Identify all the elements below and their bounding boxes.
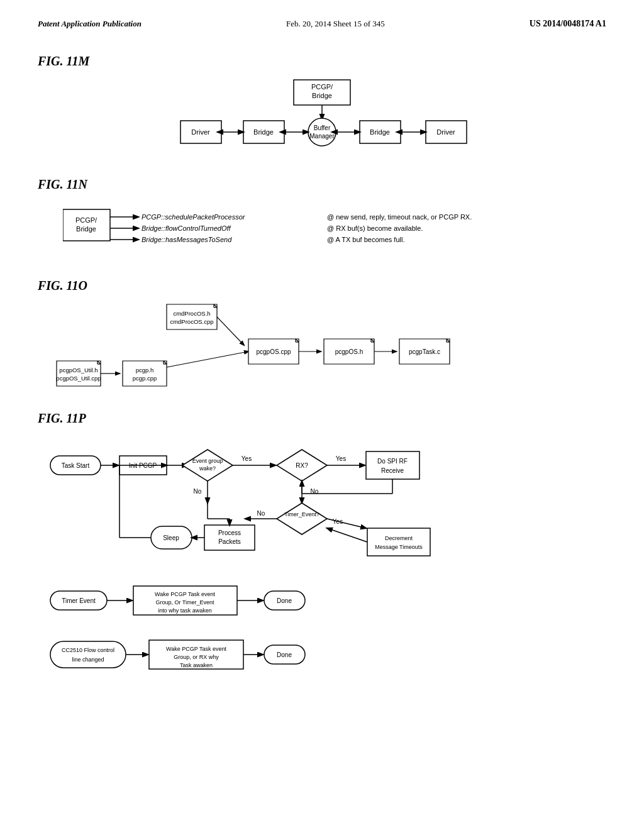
svg-text:Bridge: Bridge [312, 92, 332, 99]
svg-text:Task Start: Task Start [62, 462, 90, 469]
svg-text:line changed: line changed [72, 656, 104, 663]
svg-text:Yes: Yes [242, 455, 252, 462]
svg-text:pcgp.h: pcgp.h [136, 367, 154, 374]
fig11p-svg: Task Start Init PCGP Event group wake? Y… [44, 431, 606, 682]
svg-marker-44 [167, 304, 217, 329]
svg-text:cmdProcOS.cpp: cmdProcOS.cpp [170, 318, 213, 325]
header-center: Feb. 20, 2014 Sheet 15 of 345 [286, 19, 385, 29]
svg-text:Yes: Yes [336, 455, 346, 462]
svg-rect-86 [366, 451, 419, 479]
svg-text:Timer_Event?: Timer_Event? [284, 511, 319, 517]
svg-text:Process: Process [218, 529, 241, 536]
fig11m-svg: PCGP/ Bridge Buffer Manager Bridge Drive… [118, 77, 526, 158]
fig11m-label: FIG. 11M [38, 54, 89, 69]
fig11n-section: FIG. 11N PCGP/ Bridge PCGP::schedulePack… [38, 177, 606, 260]
svg-text:@ new send, reply, timeout nac: @ new send, reply, timeout nack, or PCGP… [327, 213, 472, 221]
fig11m-diagram: PCGP/ Bridge Buffer Manager Bridge Drive… [38, 77, 606, 158]
svg-text:PCGP/: PCGP/ [311, 83, 333, 91]
svg-text:Packets: Packets [218, 538, 241, 545]
svg-text:wake?: wake? [199, 465, 216, 472]
svg-text:cmdProcOS.h: cmdProcOS.h [173, 310, 210, 317]
svg-text:Message Timeouts: Message Timeouts [375, 544, 423, 550]
svg-text:PCGP::schedulePacketProcessor: PCGP::schedulePacketProcessor [142, 213, 246, 221]
svg-text:pcgpOS_Util.h: pcgpOS_Util.h [59, 367, 97, 374]
svg-text:Bridge: Bridge [253, 128, 274, 136]
svg-text:Bridge::hasMessagesToSend: Bridge::hasMessagesToSend [142, 236, 232, 243]
svg-text:RX?: RX? [296, 462, 308, 469]
page-header: Patent Application Publication Feb. 20, … [38, 19, 606, 29]
svg-text:Timer Event: Timer Event [62, 597, 96, 604]
svg-text:Task awaken: Task awaken [180, 662, 213, 668]
svg-text:Group, or RX why: Group, or RX why [174, 654, 219, 660]
svg-line-51 [167, 351, 248, 367]
fig11o-label: FIG. 11O [38, 279, 606, 293]
svg-text:pcgpOS.h: pcgpOS.h [335, 348, 363, 355]
svg-text:No: No [257, 510, 265, 517]
svg-text:Wake PCGP Task event: Wake PCGP Task event [155, 591, 215, 597]
svg-rect-104 [204, 525, 255, 550]
fig11o-diagram: pcgpOS_Util.h pcgpOS_Util.cpp pcgp.h pcg… [50, 298, 606, 392]
svg-text:Bridge: Bridge [76, 225, 96, 233]
svg-text:Event group: Event group [192, 458, 223, 464]
svg-text:into why task awaken: into why task awaken [158, 607, 212, 614]
svg-marker-31 [57, 361, 101, 386]
fig11p-label: FIG. 11P [38, 411, 606, 426]
svg-text:Driver: Driver [191, 128, 210, 136]
svg-marker-94 [277, 503, 327, 534]
svg-text:No: No [311, 488, 319, 495]
svg-line-50 [217, 317, 244, 345]
svg-text:Decrement: Decrement [385, 535, 413, 541]
header-right: US 2014/0048174 A1 [530, 19, 606, 29]
svg-text:@ RX buf(s) become available.: @ RX buf(s) become available. [327, 224, 423, 232]
svg-text:No: No [194, 488, 202, 495]
svg-text:pcgpOS_Util.cpp: pcgpOS_Util.cpp [56, 375, 101, 382]
svg-text:Receive: Receive [381, 467, 404, 474]
svg-text:@ A TX buf becomes full.: @ A TX buf becomes full. [327, 236, 404, 243]
page: Patent Application Publication Feb. 20, … [0, 0, 644, 830]
svg-text:Bridge: Bridge [370, 128, 390, 136]
svg-text:Sleep: Sleep [163, 534, 179, 541]
svg-text:Manager: Manager [309, 133, 335, 140]
fig11o-svg: pcgpOS_Util.h pcgpOS_Util.cpp pcgp.h pcg… [50, 298, 541, 392]
svg-text:Bridge::flowControlTurnedOff: Bridge::flowControlTurnedOff [142, 224, 231, 232]
svg-text:Done: Done [277, 597, 292, 604]
fig11p-section: FIG. 11P Task Start [38, 411, 606, 682]
svg-rect-100 [367, 528, 430, 556]
svg-text:PCGP/: PCGP/ [75, 216, 97, 224]
svg-text:Group, Or Timer_Event: Group, Or Timer_Event [155, 599, 214, 606]
svg-text:Done: Done [277, 651, 292, 658]
fig11n-svg: PCGP/ Bridge PCGP::schedulePacketProcess… [63, 197, 604, 260]
fig11n-diagram: PCGP/ Bridge PCGP::schedulePacketProcess… [63, 197, 606, 260]
svg-text:CC2510 Flow control: CC2510 Flow control [62, 647, 114, 653]
header-left: Patent Application Publication [38, 19, 142, 29]
svg-text:pcgp.cpp: pcgp.cpp [133, 375, 157, 382]
svg-marker-38 [123, 361, 167, 386]
svg-text:pcgpOS.cpp: pcgpOS.cpp [256, 348, 291, 355]
fig11n-label: FIG. 11N [38, 177, 606, 192]
fig11o-section: FIG. 11O pcgpOS_Util.h pcgpOS_Util.cpp [38, 279, 606, 392]
svg-line-103 [327, 528, 367, 542]
fig11m-section: FIG. 11M PCGP/ Bridge Buffer Manager Bri… [38, 54, 606, 158]
svg-point-4 [308, 118, 336, 146]
fig11p-diagram: Task Start Init PCGP Event group wake? Y… [44, 431, 606, 682]
svg-text:Buffer: Buffer [314, 124, 331, 131]
svg-text:Driver: Driver [436, 128, 455, 136]
svg-rect-126 [50, 641, 126, 668]
svg-text:Do SPI RF: Do SPI RF [377, 458, 408, 465]
svg-text:Wake PCGP Task event: Wake PCGP Task event [166, 646, 226, 652]
svg-text:pcgpTask.c: pcgpTask.c [409, 348, 440, 355]
